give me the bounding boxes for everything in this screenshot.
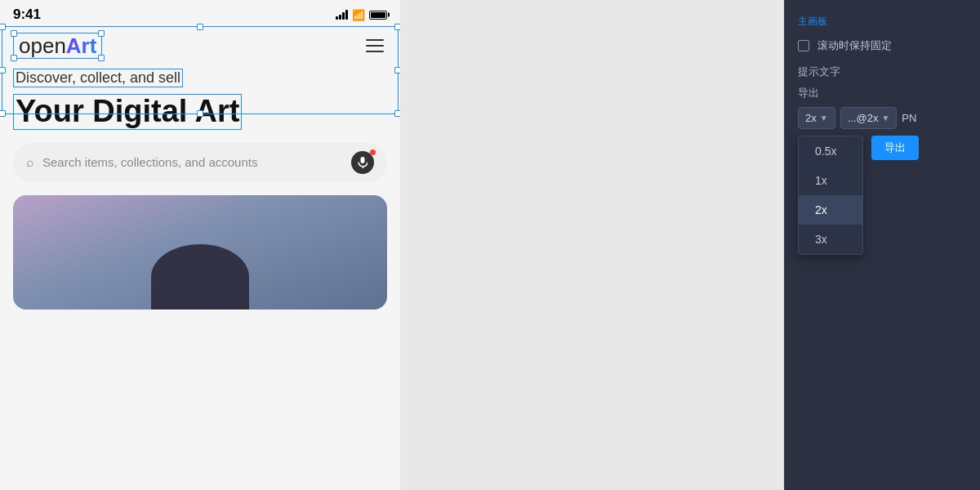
- logo-handle-tl[interactable]: [11, 30, 17, 37]
- battery-icon: [369, 11, 387, 20]
- featured-image: [13, 195, 387, 310]
- hamburger-menu[interactable]: [363, 36, 387, 56]
- app-content: ⌕ Search items, collections, and account…: [0, 143, 400, 310]
- mic-icon-svg: [358, 156, 368, 169]
- format-chevron-icon: ▼: [881, 114, 889, 122]
- headline-main: Your Digital Art: [13, 94, 242, 130]
- breadcrumb-link[interactable]: 主画板: [785, 13, 980, 32]
- app-header: openArt: [13, 26, 387, 69]
- handle-bl[interactable]: [0, 110, 6, 117]
- sticky-row: 滚动时保持固定: [785, 32, 980, 60]
- scale-chevron-icon: ▼: [820, 114, 828, 122]
- sticky-label: 滚动时保持固定: [817, 38, 892, 53]
- handle-mr[interactable]: [394, 67, 400, 74]
- status-time: 9:41: [13, 7, 41, 23]
- handle-ml[interactable]: [0, 67, 6, 74]
- hint-section-title: 提示文字: [785, 60, 980, 82]
- scale-select[interactable]: 2x ▼: [798, 107, 835, 129]
- mic-button[interactable]: [351, 151, 374, 174]
- logo-handle-bl[interactable]: [11, 55, 17, 61]
- dropdown-item-05x[interactable]: 0.5x: [799, 136, 862, 166]
- logo-handle-br[interactable]: [98, 55, 105, 61]
- format-select[interactable]: ...@2x ▼: [840, 107, 898, 129]
- dropdown-item-3x[interactable]: 3x: [799, 225, 862, 254]
- search-bar[interactable]: ⌕ Search items, collections, and account…: [13, 143, 387, 182]
- svg-rect-0: [361, 157, 365, 163]
- status-bar: 9:41 📶: [0, 0, 400, 26]
- export-button[interactable]: 导出: [871, 136, 919, 160]
- dropdown-item-2x[interactable]: 2x: [799, 195, 862, 225]
- headline-subtitle: Discover, collect, and sell: [13, 69, 183, 87]
- search-icon: ⌕: [26, 155, 34, 170]
- scale-value: 2x: [805, 112, 817, 124]
- sticky-checkbox[interactable]: [798, 40, 809, 51]
- signal-icon: [336, 10, 348, 20]
- status-icons: 📶: [336, 9, 387, 21]
- handle-br[interactable]: [394, 110, 400, 117]
- scale-dropdown[interactable]: 0.5x 1x 2x 3x: [798, 136, 863, 255]
- dropdown-item-1x[interactable]: 1x: [799, 166, 862, 195]
- search-placeholder: Search items, collections, and accounts: [42, 155, 343, 169]
- wifi-icon: 📶: [352, 9, 365, 21]
- logo-container: openArt: [13, 33, 102, 59]
- export-controls-row: 2x ▼ ...@2x ▼ PN: [785, 107, 980, 136]
- dropdown-export-row: 0.5x 1x 2x 3x 导出: [785, 136, 980, 255]
- image-subject: [151, 244, 249, 310]
- logo-handle-tr[interactable]: [98, 30, 105, 37]
- logo-open: openArt: [19, 33, 96, 58]
- export-section-title: 导出: [785, 82, 980, 107]
- canvas-area: 9:41 📶: [0, 0, 784, 490]
- right-panel: 主画板 滚动时保持固定 提示文字 导出 2x ▼ ...@2x ▼ PN 0.5…: [784, 0, 980, 490]
- filetype-label: PN: [902, 112, 916, 124]
- mic-active-dot: [370, 149, 376, 155]
- headline-container: Discover, collect, and sell Your Digital…: [13, 69, 387, 130]
- format-value: ...@2x: [848, 112, 879, 124]
- mobile-frame: 9:41 📶: [0, 0, 400, 490]
